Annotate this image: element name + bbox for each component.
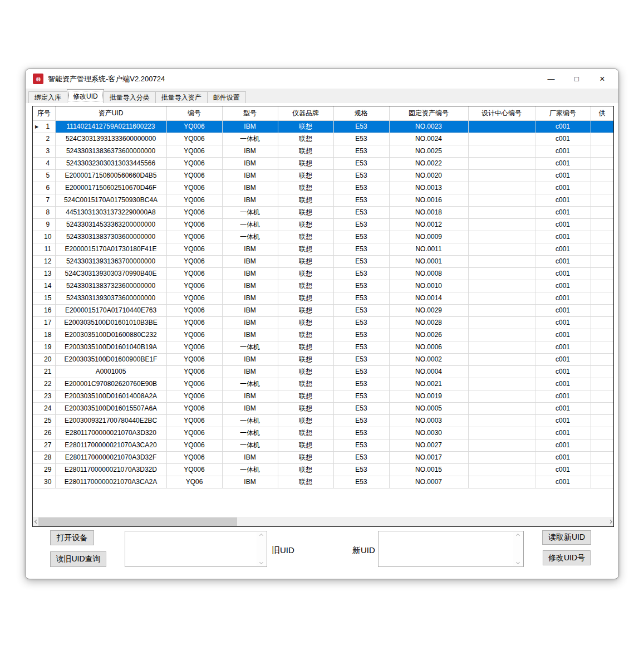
cell-seq[interactable]: 27 (33, 439, 55, 451)
cell-design-center-no[interactable] (468, 451, 535, 463)
cell-vendor-no[interactable]: c001 (535, 304, 591, 316)
cell-spec[interactable]: E53 (333, 439, 389, 451)
cell-brand[interactable]: 联想 (278, 267, 333, 280)
read-new-uid-button[interactable]: 读取新UID (542, 530, 591, 545)
cell-seq[interactable]: 9 (33, 218, 55, 231)
cell-code[interactable]: YQ006 (166, 218, 222, 231)
cell-asset-uid[interactable]: 4451303130313732290000A8 (55, 206, 166, 218)
cell-design-center-no[interactable] (468, 194, 535, 206)
read-old-uid-query-button[interactable]: 读旧UID查询 (50, 551, 106, 567)
cell-fixed-asset-no[interactable]: NO.0008 (389, 267, 468, 280)
table-row[interactable]: 18E2003035100D01600880C232YQ006IBM联想E53N… (33, 329, 613, 341)
cell-code[interactable]: YQ006 (166, 280, 222, 292)
cell-vendor-no[interactable]: c001 (535, 427, 591, 439)
cell-model[interactable]: 一体机 (222, 341, 278, 353)
cell-design-center-no[interactable] (468, 316, 535, 329)
cell-asset-uid[interactable]: 524C0015170A01750930BC4A (55, 194, 166, 206)
col-header-spec[interactable]: 规格 (333, 106, 389, 120)
cell-vendor-no[interactable]: c001 (535, 243, 591, 255)
cell-seq[interactable]: 26 (33, 427, 55, 439)
cell-fixed-asset-no[interactable]: NO.0007 (389, 476, 468, 488)
cell-model[interactable]: 一体机 (222, 439, 278, 451)
cell-design-center-no[interactable] (468, 439, 535, 451)
table-row[interactable]: ▶11114021412759A0211600223YQ006IBM联想E53N… (33, 120, 613, 133)
cell-brand[interactable]: 联想 (278, 243, 333, 255)
cell-design-center-no[interactable] (468, 218, 535, 231)
cell-spec[interactable]: E53 (333, 463, 389, 476)
cell-vendor-no[interactable]: c001 (535, 316, 591, 329)
col-header-asset-uid[interactable]: 资产UID (55, 106, 166, 120)
table-row[interactable]: 28E28011700000021070A3D32FYQ006IBM联想E53N… (33, 451, 613, 463)
cell-vendor-no[interactable]: c001 (535, 169, 591, 182)
cell-brand[interactable]: 联想 (278, 206, 333, 218)
cell-code[interactable]: YQ006 (166, 120, 222, 133)
cell-supplier[interactable] (591, 402, 613, 414)
cell-supplier[interactable] (591, 292, 613, 304)
scroll-down-icon[interactable] (516, 560, 520, 564)
cell-vendor-no[interactable]: c001 (535, 414, 591, 427)
cell-asset-uid[interactable]: E2003009321700780440E2BC (55, 414, 166, 427)
cell-code[interactable]: YQ006 (166, 402, 222, 414)
table-row[interactable]: 11E2000015170A01730180F41EYQ006IBM联想E53N… (33, 243, 613, 255)
cell-model[interactable]: IBM (222, 255, 278, 267)
cell-design-center-no[interactable] (468, 329, 535, 341)
cell-fixed-asset-no[interactable]: NO.0023 (389, 120, 468, 133)
cell-supplier[interactable] (591, 145, 613, 157)
cell-vendor-no[interactable]: c001 (535, 476, 591, 488)
cell-seq[interactable]: 23 (33, 390, 55, 402)
scroll-up-icon[interactable] (259, 534, 263, 538)
cell-code[interactable]: YQ006 (166, 378, 222, 390)
cell-model[interactable]: 一体机 (222, 218, 278, 231)
cell-design-center-no[interactable] (468, 390, 535, 402)
cell-supplier[interactable] (591, 414, 613, 427)
cell-supplier[interactable] (591, 316, 613, 329)
cell-fixed-asset-no[interactable]: NO.0015 (389, 463, 468, 476)
cell-code[interactable]: YQ006 (166, 463, 222, 476)
cell-seq[interactable]: 18 (33, 329, 55, 341)
cell-asset-uid[interactable]: 524C3031393030370990B40E (55, 267, 166, 280)
cell-spec[interactable]: E53 (333, 206, 389, 218)
cell-fixed-asset-no[interactable]: NO.0002 (389, 353, 468, 365)
close-button[interactable]: × (589, 69, 615, 89)
cell-brand[interactable]: 联想 (278, 133, 333, 145)
cell-asset-uid[interactable]: E28011700000021070A3D32F (55, 451, 166, 463)
cell-spec[interactable]: E53 (333, 194, 389, 206)
cell-model[interactable]: IBM (222, 316, 278, 329)
cell-model[interactable]: IBM (222, 353, 278, 365)
cell-asset-uid[interactable]: 524330313930373600000000 (55, 292, 166, 304)
cell-design-center-no[interactable] (468, 120, 535, 133)
cell-brand[interactable]: 联想 (278, 329, 333, 341)
cell-design-center-no[interactable] (468, 378, 535, 390)
cell-code[interactable]: YQ006 (166, 390, 222, 402)
cell-fixed-asset-no[interactable]: NO.0012 (389, 218, 468, 231)
cell-asset-uid[interactable]: E2003035100D016014008A2A (55, 390, 166, 402)
cell-supplier[interactable] (591, 304, 613, 316)
cell-supplier[interactable] (591, 182, 613, 194)
cell-seq[interactable]: 17 (33, 316, 55, 329)
cell-model[interactable]: IBM (222, 304, 278, 316)
cell-model[interactable]: IBM (222, 120, 278, 133)
cell-brand[interactable]: 联想 (278, 414, 333, 427)
cell-design-center-no[interactable] (468, 292, 535, 304)
cell-vendor-no[interactable]: c001 (535, 157, 591, 169)
cell-design-center-no[interactable] (468, 267, 535, 280)
cell-brand[interactable]: 联想 (278, 182, 333, 194)
cell-design-center-no[interactable] (468, 353, 535, 365)
cell-vendor-no[interactable]: c001 (535, 390, 591, 402)
cell-fixed-asset-no[interactable]: NO.0003 (389, 414, 468, 427)
cell-seq[interactable]: ▶1 (33, 120, 55, 133)
cell-seq[interactable]: 11 (33, 243, 55, 255)
cell-fixed-asset-no[interactable]: NO.0021 (389, 378, 468, 390)
cell-model[interactable]: IBM (222, 390, 278, 402)
cell-spec[interactable]: E53 (333, 280, 389, 292)
cell-asset-uid[interactable]: 524330323030313033445566 (55, 157, 166, 169)
cell-vendor-no[interactable]: c001 (535, 255, 591, 267)
cell-design-center-no[interactable] (468, 255, 535, 267)
maximize-button[interactable]: □ (564, 69, 589, 89)
cell-asset-uid[interactable]: 1114021412759A0211600223 (55, 120, 166, 133)
cell-asset-uid[interactable]: E2000017150602510670D46F (55, 182, 166, 194)
cell-design-center-no[interactable] (468, 206, 535, 218)
cell-code[interactable]: YQ006 (166, 304, 222, 316)
scroll-left-icon[interactable] (33, 517, 38, 526)
cell-code[interactable]: YQ006 (166, 414, 222, 427)
